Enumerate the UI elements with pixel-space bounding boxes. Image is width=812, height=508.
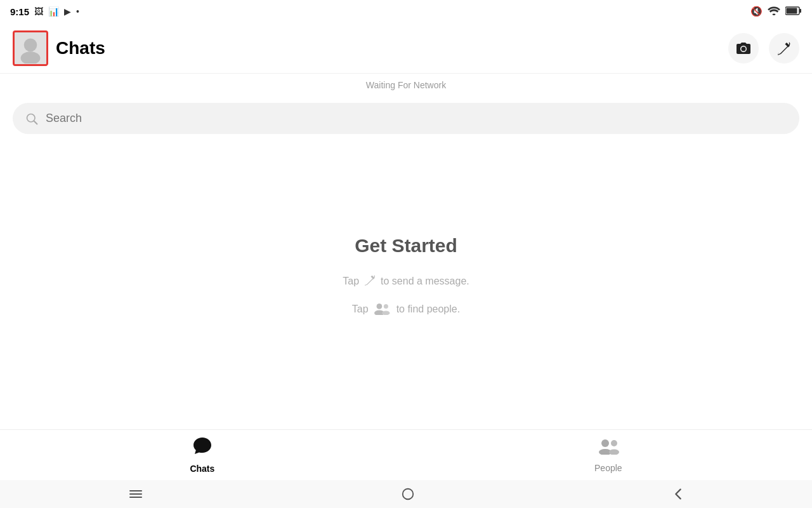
photo-icon: 🖼 [34,6,43,17]
wifi-icon [768,6,780,17]
status-bar-left: 9:15 🖼 📊 ▶ • [10,6,79,17]
header-actions [728,33,799,64]
get-started-title: Get Started [355,235,457,257]
status-bar: 9:15 🖼 📊 ▶ • 🔇 [0,0,812,23]
svg-point-12 [601,439,609,447]
people-hint-icon [374,301,391,318]
chart-icon: 📊 [48,6,59,17]
header: Chats [0,23,812,74]
hint2-pre: Tap [352,304,369,315]
svg-line-7 [34,121,37,124]
search-icon [25,112,38,125]
hint1-post: to send a message. [381,276,469,287]
send-message-hint: Tap to send a message. [343,274,469,288]
svg-rect-1 [799,9,801,13]
svg-point-15 [609,450,619,455]
svg-rect-2 [787,8,797,13]
avatar[interactable] [13,30,48,66]
svg-point-19 [403,489,414,500]
youtube-icon: ▶ [64,6,71,17]
nav-people[interactable]: People [569,432,648,478]
search-bar[interactable] [13,103,799,134]
people-nav-icon [597,437,620,459]
battery-icon [785,6,802,17]
compose-hint-icon [364,274,376,288]
hint1-pre: Tap [343,276,359,287]
header-left: Chats [13,30,105,66]
search-container [0,97,812,140]
recent-apps-button[interactable] [116,483,155,505]
nav-chats[interactable]: Chats [164,431,240,479]
status-time: 9:15 [10,6,29,17]
svg-point-5 [742,46,746,51]
bottom-nav: Chats People [0,429,812,480]
chats-nav-icon [192,436,213,460]
people-nav-label: People [594,463,622,473]
svg-point-14 [611,440,617,446]
chats-nav-label: Chats [190,464,214,474]
svg-point-3 [24,38,37,51]
back-button[interactable] [660,482,696,506]
system-nav [0,480,812,508]
compose-button[interactable] [769,33,799,64]
main-content: Get Started Tap to send a message. Tap t… [343,235,469,330]
mute-icon: 🔇 [750,6,763,17]
dot-icon: • [76,6,79,17]
find-people-hint: Tap to find people. [352,301,460,318]
home-button[interactable] [388,482,428,506]
svg-point-10 [384,304,388,309]
svg-point-4 [21,51,41,64]
svg-point-8 [377,304,383,309]
status-bar-right: 🔇 [750,6,802,17]
camera-button[interactable] [728,33,759,64]
search-input[interactable] [46,112,787,125]
network-status: Waiting For Network [0,74,812,97]
page-title: Chats [56,38,105,58]
hint2-post: to find people. [396,304,461,315]
